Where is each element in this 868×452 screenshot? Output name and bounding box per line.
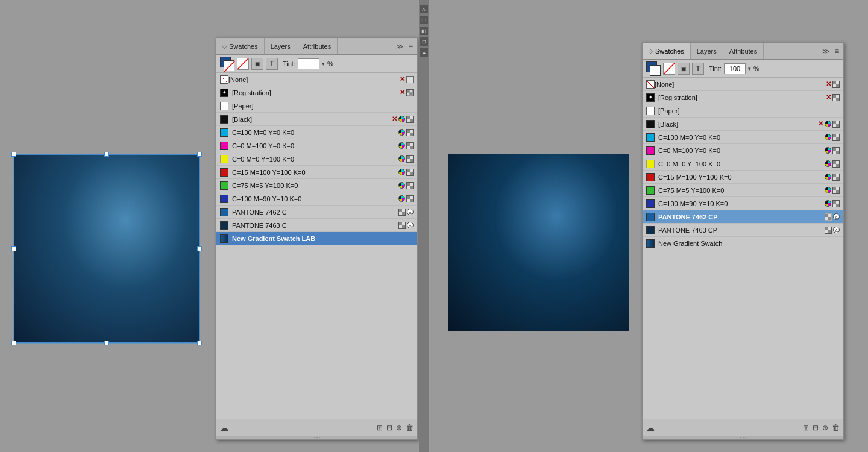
swatch-item-p7463-left[interactable]: PANTONE 7463 C △ — [216, 219, 417, 232]
tint-input-right[interactable] — [724, 63, 746, 74]
handle-bottom-right[interactable] — [197, 341, 202, 345]
color-preview-right[interactable] — [646, 61, 661, 76]
swatch-item-darkblue-left[interactable]: C=100 M=90 Y=10 K=0 — [216, 192, 417, 206]
tab-icon-swatches-right: ◇ — [649, 48, 653, 54]
swatch-name-gradient-left: New Gradient Swatch LAB — [232, 235, 414, 242]
format-text-btn-right[interactable]: T — [692, 63, 704, 75]
swatch-item-registration-left[interactable]: ✦ [Registration] ✕ — [216, 86, 417, 99]
swatch-item-p7463-right[interactable]: PANTONE 7463 CP △ — [643, 224, 843, 237]
tint-arrow-right[interactable]: ▾ — [748, 66, 751, 72]
selection-border-left — [14, 154, 200, 343]
panel-bottom-drag-left[interactable] — [216, 436, 417, 439]
swatch-item-magenta-left[interactable]: C=0 M=100 Y=0 K=0 — [216, 139, 417, 152]
swatch-item-red-left[interactable]: C=15 M=100 Y=100 K=0 — [216, 166, 417, 179]
swatch-name-reg-right: [Registration] — [658, 94, 826, 101]
percent-label-left: % — [327, 60, 333, 67]
panel-menu-btn-left[interactable]: ≡ — [407, 42, 414, 51]
format-fill-btn-left[interactable]: ▣ — [251, 58, 263, 70]
swatch-item-p7462-right[interactable]: PANTONE 7462 CP △ — [643, 210, 843, 224]
swatch-color-none-right — [646, 80, 655, 89]
swatch-name-paper-right: [Paper] — [658, 107, 840, 115]
new-color-group-icon-left[interactable]: ⊟ — [386, 424, 392, 432]
swatch-name-darkblue-left: C=100 M=90 Y=10 K=0 — [232, 195, 398, 202]
tool-icon-4[interactable]: ⊞ — [420, 37, 428, 46]
panel-menu-btn-right[interactable]: ≡ — [834, 47, 840, 55]
swatch-item-yellow-left[interactable]: C=0 M=0 Y=100 K=0 — [216, 152, 417, 166]
black-row-icons-left: ✕ — [392, 116, 414, 123]
new-swatch-icon-right[interactable]: ⊕ — [822, 424, 828, 432]
format-fill-btn-right[interactable]: ▣ — [678, 63, 690, 75]
tool-icon-3[interactable]: ◧ — [420, 27, 428, 35]
format-text-btn-left[interactable]: T — [266, 58, 278, 70]
swatch-color-green-right — [646, 186, 655, 195]
handle-bottom-left[interactable] — [11, 341, 16, 345]
tool-icon-2[interactable]: ⬚ — [420, 16, 428, 24]
box-icon-p7462-right — [825, 213, 832, 221]
panel-collapse-btn-right[interactable]: ≫ — [821, 47, 831, 55]
tool-icon-5[interactable]: ☁ — [420, 48, 428, 57]
cmyk-icon-green-right — [825, 187, 831, 193]
swatch-color-magenta-left — [220, 142, 228, 150]
cloud-icon-right[interactable]: ☁ — [646, 423, 655, 433]
color-preview-left[interactable] — [220, 57, 234, 71]
new-mixed-ink-icon-right[interactable]: ⊞ — [803, 424, 809, 432]
swatch-item-paper-left[interactable]: [Paper] — [216, 99, 417, 113]
fill-none-btn-left[interactable] — [237, 58, 249, 70]
swatch-item-red-right[interactable]: C=15 M=100 Y=100 K=0 — [643, 171, 843, 184]
tab-swatches-right[interactable]: ◇ Swatches — [643, 43, 691, 59]
cloud-icon-left[interactable]: ☁ — [220, 423, 228, 433]
tab-attributes-left[interactable]: Attributes — [297, 38, 338, 54]
tab-layers-left[interactable]: Layers — [265, 38, 297, 54]
delete-swatch-icon-left[interactable]: 🗑 — [406, 423, 414, 432]
cyan-row-icons-right — [825, 134, 840, 141]
handle-top-mid[interactable] — [104, 152, 109, 157]
tab-layers-label-right: Layers — [697, 48, 717, 55]
swatch-item-cyan-right[interactable]: C=100 M=0 Y=0 K=0 — [643, 131, 843, 144]
new-color-group-icon-right[interactable]: ⊟ — [813, 424, 819, 432]
none-row-icons-left: ✕ — [400, 76, 414, 83]
tab-swatches-left[interactable]: ◇ Swatches — [216, 38, 265, 54]
swatch-item-gradient-right[interactable]: New Gradient Swatch — [643, 237, 843, 250]
handle-mid-right[interactable] — [197, 246, 202, 251]
fill-none-btn-right[interactable] — [663, 63, 675, 75]
swatch-item-paper-right[interactable]: [Paper] — [643, 104, 843, 118]
swatch-item-none-right[interactable]: [None] ✕ — [643, 78, 843, 91]
swatch-item-yellow-right[interactable]: C=0 M=0 Y=100 K=0 — [643, 157, 843, 171]
p7463-row-icons-left: △ — [398, 222, 414, 229]
swatch-name-none-left: [None] — [228, 76, 400, 83]
swatch-item-green-right[interactable]: C=75 M=5 Y=100 K=0 — [643, 184, 843, 197]
cmyk-icon-darkblue-left — [398, 195, 405, 202]
panel-bottom-drag-right[interactable] — [643, 436, 843, 439]
gradient-rectangle-left[interactable] — [13, 154, 200, 344]
tab-attributes-right[interactable]: Attributes — [723, 43, 764, 59]
delete-swatch-icon-right[interactable]: 🗑 — [832, 423, 840, 432]
swatch-item-cyan-left[interactable]: C=100 M=0 Y=0 K=0 — [216, 126, 417, 139]
swatch-name-darkblue-right: C=100 M=90 Y=10 K=0 — [658, 200, 825, 207]
handle-mid-left[interactable] — [11, 246, 16, 251]
swatch-item-p7462-left[interactable]: PANTONE 7462 C △ — [216, 206, 417, 219]
swatch-item-none-left[interactable]: [None] ✕ — [216, 73, 417, 86]
swatch-item-darkblue-right[interactable]: C=100 M=90 Y=10 K=0 — [643, 197, 843, 210]
box-icon-black-right — [832, 121, 840, 128]
handle-top-left[interactable] — [11, 152, 16, 157]
box-icon-p7462-left — [398, 209, 406, 216]
swatch-color-magenta-right — [646, 146, 655, 155]
handle-bottom-mid[interactable] — [104, 341, 109, 345]
swatch-item-registration-right[interactable]: ✦ [Registration] ✕ — [643, 91, 843, 104]
swatch-item-gradient-left[interactable]: New Gradient Swatch LAB — [216, 232, 417, 245]
new-mixed-ink-icon-left[interactable]: ⊞ — [377, 424, 383, 432]
panel-collapse-btn-left[interactable]: ≫ — [395, 42, 405, 51]
tint-input-left[interactable] — [298, 58, 319, 69]
tint-arrow-left[interactable]: ▾ — [322, 61, 325, 67]
swatch-item-black-left[interactable]: [Black] ✕ — [216, 113, 417, 126]
tab-layers-right[interactable]: Layers — [691, 43, 723, 59]
swatch-item-magenta-right[interactable]: C=0 M=100 Y=0 K=0 — [643, 144, 843, 157]
swatch-item-green-left[interactable]: C=75 M=5 Y=100 K=0 — [216, 179, 417, 192]
tool-icon-1[interactable]: A — [420, 5, 428, 13]
swatch-color-green-left — [220, 181, 228, 190]
swatch-list-right: [None] ✕ ✦ [Registration] ✕ — [643, 78, 843, 419]
swatch-item-black-right[interactable]: [Black] ✕ — [643, 118, 843, 131]
new-swatch-icon-left[interactable]: ⊕ — [396, 424, 402, 432]
darkblue-row-icons-left — [398, 195, 414, 202]
handle-top-right[interactable] — [197, 152, 202, 157]
